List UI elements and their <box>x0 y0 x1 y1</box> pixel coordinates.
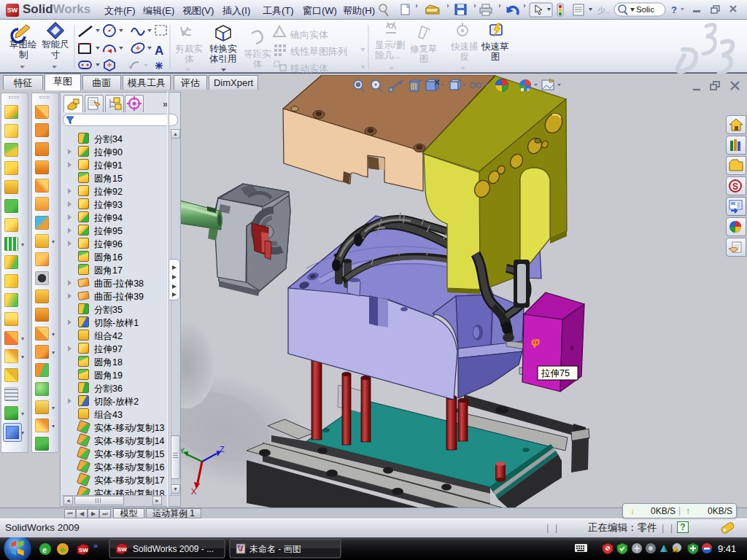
svg-text:等距实: 等距实 <box>244 49 271 59</box>
svg-text:Solic: Solic <box>636 5 654 14</box>
svg-text:转换实: 转换实 <box>209 44 237 54</box>
svg-text:9:41: 9:41 <box>718 543 736 554</box>
svg-text:X: X <box>191 487 197 496</box>
svg-text:智能尺: 智能尺 <box>42 39 69 50</box>
svg-text:快速捕: 快速捕 <box>450 42 479 52</box>
svg-text:寸: 寸 <box>51 50 61 60</box>
svg-text:线性草图阵列: 线性草图阵列 <box>290 46 347 57</box>
svg-text:体: 体 <box>185 54 194 64</box>
svg-text:体: 体 <box>253 59 263 69</box>
svg-text:图: 图 <box>491 52 500 62</box>
svg-text:!: ! <box>676 549 677 554</box>
svg-text:制: 制 <box>19 50 28 60</box>
svg-text:!: ! <box>276 30 279 38</box>
svg-text:A: A <box>155 44 163 58</box>
svg-text:拉伸75: 拉伸75 <box>541 368 570 378</box>
svg-text:Z: Z <box>220 445 225 454</box>
svg-text:移动实体: 移动实体 <box>290 63 328 74</box>
svg-text:显示/删: 显示/删 <box>375 40 405 50</box>
svg-text:剪裁实: 剪裁实 <box>175 44 203 54</box>
svg-text:φ: φ <box>531 335 540 349</box>
svg-text:未命名 - 画图: 未命名 - 画图 <box>249 544 301 554</box>
svg-text:SolidWorks 2009 - ...: SolidWorks 2009 - ... <box>133 544 214 554</box>
svg-text:少..: 少.. <box>597 6 610 15</box>
svg-text:SW: SW <box>117 546 127 553</box>
svg-text:修复草: 修复草 <box>410 44 438 54</box>
svg-text:快速草: 快速草 <box>481 42 509 52</box>
svg-text:体引用: 体引用 <box>209 54 237 64</box>
svg-text:镜向实体: 镜向实体 <box>290 29 328 40</box>
svg-text:草图绘: 草图绘 <box>9 39 37 50</box>
svg-text:除几...: 除几... <box>375 50 400 61</box>
svg-text:?: ? <box>671 4 677 15</box>
svg-text:SW: SW <box>79 547 88 553</box>
svg-text:e: e <box>42 545 47 554</box>
svg-text:捉: 捉 <box>460 52 470 62</box>
svg-text:图: 图 <box>419 54 429 64</box>
svg-text:»: » <box>93 541 98 550</box>
